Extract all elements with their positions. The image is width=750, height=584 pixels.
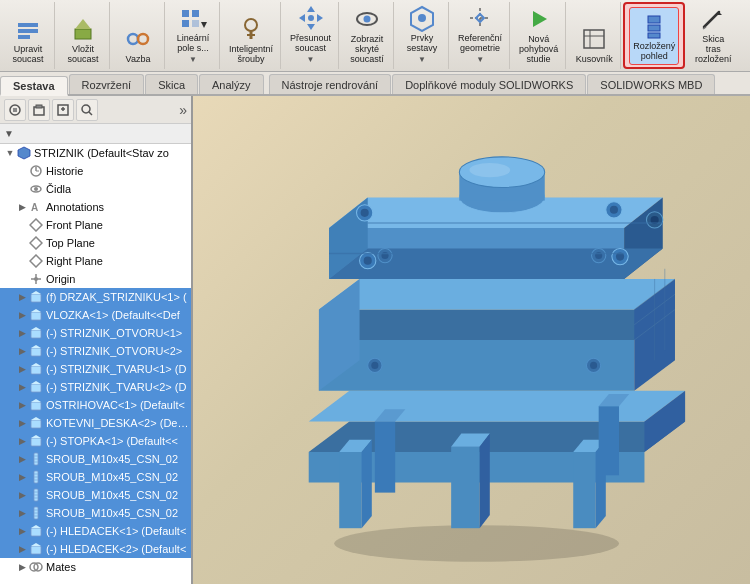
tab-doplnky[interactable]: Doplňkové moduly SOLIDWORKS bbox=[392, 74, 586, 94]
toolbar-arrow-prvky[interactable]: ▼ bbox=[417, 54, 427, 65]
panel-expand-button[interactable]: » bbox=[179, 102, 187, 118]
toolbar-label-presunout: Přesunout soucast bbox=[290, 34, 331, 54]
toolbar-btn-zobrazit[interactable]: Zobrazit skryté soucastí bbox=[345, 1, 389, 67]
tab-mbd[interactable]: SOLIDWORKS MBD bbox=[587, 74, 715, 94]
tree-item-sroub4[interactable]: ▶SROUB_M10x45_CSN_02 bbox=[0, 504, 191, 522]
tree-item-sroub2[interactable]: ▶SROUB_M10x45_CSN_02 bbox=[0, 468, 191, 486]
tree-label-annotations: Annotations bbox=[46, 201, 104, 213]
toolbar-btn-vlozit[interactable]: Vložit soucast bbox=[61, 11, 105, 67]
tabs-row: SestavaRozvrženíSkicaAnalýzyNástroje ren… bbox=[0, 72, 750, 96]
tree-expand-vlozka[interactable]: ▶ bbox=[16, 309, 28, 321]
toolbar-btn-presunout[interactable]: Přesunout soucast▼ bbox=[287, 0, 334, 67]
toolbar-arrow-presunout[interactable]: ▼ bbox=[306, 54, 316, 65]
panel-toolbar-btn-1[interactable] bbox=[28, 99, 50, 121]
tree-icon-top-plane bbox=[28, 235, 44, 251]
tree-expand-hledacek2[interactable]: ▶ bbox=[16, 543, 28, 555]
tree-expand-sroub4[interactable]: ▶ bbox=[16, 507, 28, 519]
tree-label-striznik2: (-) STRIZNIK_OTVORU<2> bbox=[46, 345, 182, 357]
svg-rect-67 bbox=[31, 366, 41, 374]
panel-toolbar-btn-3[interactable] bbox=[76, 99, 98, 121]
toolbar-label-referencni: Referenční geometrie bbox=[458, 34, 502, 54]
svg-marker-11 bbox=[201, 22, 207, 28]
panel-toolbar-btn-0[interactable] bbox=[4, 99, 26, 121]
toolbar-btn-prvky[interactable]: Prvky sestavy▼ bbox=[400, 0, 444, 67]
toolbar-arrow-linearni[interactable]: ▼ bbox=[188, 54, 198, 65]
tree-item-sroub3[interactable]: ▶SROUB_M10x45_CSN_02 bbox=[0, 486, 191, 504]
tree-expand-front-plane[interactable] bbox=[16, 219, 28, 231]
tree-label-striznik-tvaru1: (-) STRIZNIK_TVARU<1> (D bbox=[46, 363, 186, 375]
tree-item-annotations[interactable]: ▶AAnnotations bbox=[0, 198, 191, 216]
tree-item-striznik1[interactable]: ▶(-) STRIZNIK_OTVORU<1> bbox=[0, 324, 191, 342]
tab-skica[interactable]: Skica bbox=[145, 74, 198, 94]
tree-expand-mates[interactable]: ▶ bbox=[16, 561, 28, 573]
tree-item-striznik-tvaru1[interactable]: ▶(-) STRIZNIK_TVARU<1> (D bbox=[0, 360, 191, 378]
tree-item-drzak[interactable]: ▶(f) DRZAK_STRIZNIKU<1> ( bbox=[0, 288, 191, 306]
toolbar-btn-skica[interactable]: Skica tras rozložení bbox=[691, 1, 735, 67]
tree-expand-top-plane[interactable] bbox=[16, 237, 28, 249]
svg-marker-68 bbox=[31, 363, 41, 366]
tree-expand-sroub3[interactable]: ▶ bbox=[16, 489, 28, 501]
tree-item-root[interactable]: ▼STRIZNIK (Default<Stav zo bbox=[0, 144, 191, 162]
tab-sestava[interactable]: Sestava bbox=[0, 76, 68, 96]
3d-viewport[interactable] bbox=[193, 96, 750, 584]
svg-rect-3 bbox=[75, 29, 91, 39]
svg-rect-0 bbox=[18, 23, 38, 27]
tree-item-historie[interactable]: Historie bbox=[0, 162, 191, 180]
svg-marker-15 bbox=[307, 6, 315, 12]
tree-item-hledacek1[interactable]: ▶(-) HLEDACEK<1> (Default< bbox=[0, 522, 191, 540]
tree-expand-cidla[interactable] bbox=[16, 183, 28, 195]
tree-icon-striznik2 bbox=[28, 343, 44, 359]
tree-expand-striznik2[interactable]: ▶ bbox=[16, 345, 28, 357]
tree-label-right-plane: Right Plane bbox=[46, 255, 103, 267]
tree-expand-origin[interactable] bbox=[16, 273, 28, 285]
toolbar-arrow-referencni[interactable]: ▼ bbox=[475, 54, 485, 65]
tree-item-front-plane[interactable]: Front Plane bbox=[0, 216, 191, 234]
tree-expand-hledacek1[interactable]: ▶ bbox=[16, 525, 28, 537]
tree-item-striznik-tvaru2[interactable]: ▶(-) STRIZNIK_TVARU<2> (D bbox=[0, 378, 191, 396]
tree-item-vlozka[interactable]: ▶VLOZKA<1> (Default<<Def bbox=[0, 306, 191, 324]
tree-expand-sroub2[interactable]: ▶ bbox=[16, 471, 28, 483]
tree-expand-stopka[interactable]: ▶ bbox=[16, 435, 28, 447]
tree-item-cidla[interactable]: Čidla bbox=[0, 180, 191, 198]
tree-item-ostrihovac[interactable]: ▶OSTRIHOVAC<1> (Default< bbox=[0, 396, 191, 414]
tree-item-mates[interactable]: ▶Mates bbox=[0, 558, 191, 576]
toolbar-group-prvky: Prvky sestavy▼ bbox=[396, 2, 449, 69]
tree-expand-kotevni[interactable]: ▶ bbox=[16, 417, 28, 429]
tree-label-hledacek2: (-) HLEDACEK<2> (Default< bbox=[46, 543, 186, 555]
tree-item-right-plane[interactable]: Right Plane bbox=[0, 252, 191, 270]
svg-marker-70 bbox=[31, 381, 41, 384]
toolbar-btn-referencni[interactable]: Referenční geometrie▼ bbox=[455, 0, 505, 67]
toolbar-btn-kusovnik[interactable]: Kusovník bbox=[572, 21, 616, 67]
tree-item-stopka[interactable]: ▶(-) STOPKA<1> (Default<< bbox=[0, 432, 191, 450]
tree-item-hledacek2[interactable]: ▶(-) HLEDACEK<2> (Default< bbox=[0, 540, 191, 558]
toolbar-btn-vazba[interactable]: Vazba bbox=[116, 21, 160, 67]
tree-item-origin[interactable]: Origin bbox=[0, 270, 191, 288]
tree-expand-annotations[interactable]: ▶ bbox=[16, 201, 28, 213]
toolbar-btn-rozlozeny[interactable]: Rozložený pohled bbox=[629, 7, 679, 65]
tree-expand-striznik-tvaru1[interactable]: ▶ bbox=[16, 363, 28, 375]
tree-label-mates: Mates bbox=[46, 561, 76, 573]
tree-item-striznik2[interactable]: ▶(-) STRIZNIK_OTVORU<2> bbox=[0, 342, 191, 360]
tree-expand-historie[interactable] bbox=[16, 165, 28, 177]
toolbar-btn-linearni[interactable]: Lineární pole s...▼ bbox=[171, 0, 215, 67]
tree-expand-right-plane[interactable] bbox=[16, 255, 28, 267]
feature-tree[interactable]: ▼STRIZNIK (Default<Stav zoHistorieČidla▶… bbox=[0, 144, 191, 584]
tree-item-sroub1[interactable]: ▶SROUB_M10x45_CSN_02 bbox=[0, 450, 191, 468]
tree-expand-root[interactable]: ▼ bbox=[4, 147, 16, 159]
tab-analyzy[interactable]: Analýzy bbox=[199, 74, 264, 94]
tree-expand-striznik1[interactable]: ▶ bbox=[16, 327, 28, 339]
tree-item-kotevni[interactable]: ▶KOTEVNI_DESKA<2> (Defau bbox=[0, 414, 191, 432]
toolbar-label-prvky: Prvky sestavy bbox=[407, 34, 438, 54]
tree-expand-striznik-tvaru2[interactable]: ▶ bbox=[16, 381, 28, 393]
tree-expand-drzak[interactable]: ▶ bbox=[16, 291, 28, 303]
tree-expand-sroub1[interactable]: ▶ bbox=[16, 453, 28, 465]
tree-expand-ostrihovac[interactable]: ▶ bbox=[16, 399, 28, 411]
svg-rect-38 bbox=[13, 108, 17, 112]
toolbar-btn-inteligentni[interactable]: Inteligentní šrouby bbox=[226, 11, 276, 67]
panel-toolbar-btn-2[interactable] bbox=[52, 99, 74, 121]
tree-item-top-plane[interactable]: Top Plane bbox=[0, 234, 191, 252]
toolbar-btn-nova[interactable]: Nová pohybová studie bbox=[516, 1, 561, 67]
tab-nastroje[interactable]: Nástroje rendrování bbox=[269, 74, 392, 94]
tab-rozlozeni[interactable]: Rozvržení bbox=[69, 74, 145, 94]
toolbar-btn-upravit[interactable]: Upravit soucast bbox=[6, 11, 50, 67]
